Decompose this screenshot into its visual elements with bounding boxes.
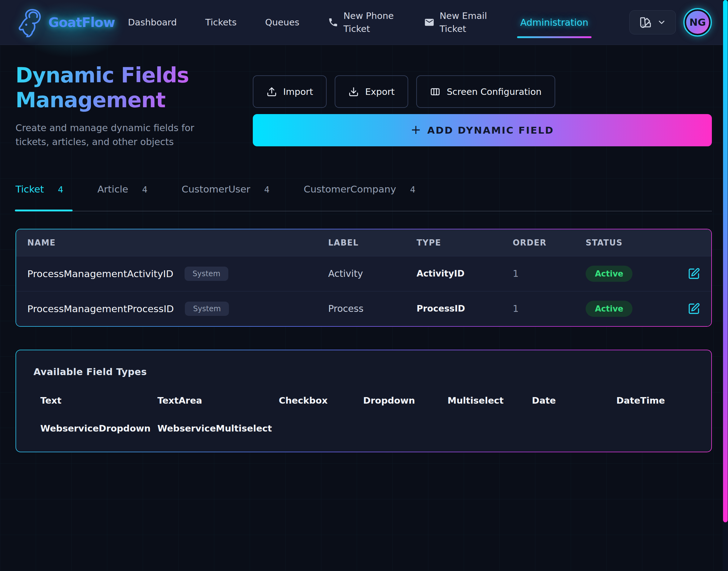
screen-configuration-button[interactable]: Screen Configuration: [416, 75, 555, 108]
page-title-block: Dynamic Fields Management Create and man…: [15, 63, 244, 149]
upload-icon: [266, 87, 277, 97]
nav-item-administration[interactable]: Administration: [520, 17, 588, 28]
add-dynamic-field-label: ADD DYNAMIC FIELD: [428, 125, 554, 136]
edit-field-button[interactable]: [688, 267, 700, 280]
tab-count: 4: [264, 185, 270, 194]
field-name-cell: ProcessManagementProcessID System: [27, 302, 328, 316]
field-type-item: Checkbox: [272, 386, 356, 415]
field-type: ProcessID: [417, 304, 513, 314]
scrollbar-thumb[interactable]: [723, 0, 728, 522]
header-action-row: Import Export Screen Configuration: [253, 75, 712, 108]
object-type-tabs: Ticket 4 Article 4 CustomerUser 4 Custom…: [15, 184, 712, 211]
dynamic-fields-table-card: NAME LABEL TYPE ORDER STATUS ProcessMana…: [15, 229, 712, 327]
system-badge: System: [185, 302, 229, 316]
nav-item-new-phone-ticket[interactable]: New Phone Ticket: [328, 9, 397, 35]
nav-item-new-email-ticket[interactable]: New Email Ticket: [424, 9, 493, 35]
tab-customeruser[interactable]: CustomerUser 4: [182, 184, 270, 211]
field-name-cell: ProcessManagementActivityID System: [27, 266, 328, 281]
tab-label: CustomerUser: [182, 184, 250, 195]
field-types-grid: Text TextArea Checkbox Dropdown Multisel…: [33, 386, 694, 442]
available-field-types-panel: Available Field Types Text TextArea Chec…: [16, 350, 711, 452]
field-type-item: WebserviceDropdown: [33, 415, 151, 442]
field-label: Activity: [328, 268, 417, 279]
swatchbook-icon: [639, 15, 653, 29]
field-type-item: WebserviceMultiselect: [151, 415, 272, 442]
edit-icon: [688, 267, 700, 280]
mail-icon: [424, 17, 435, 28]
nav-item-dashboard[interactable]: Dashboard: [128, 17, 177, 28]
theme-picker-button[interactable]: [629, 10, 676, 34]
field-name: ProcessManagementActivityID: [27, 268, 173, 279]
field-order: 1: [513, 303, 585, 314]
page-subtitle: Create and manage dynamic fields for tic…: [15, 121, 202, 149]
tab-label: Ticket: [15, 184, 44, 195]
field-order: 1: [513, 268, 585, 279]
column-header-order: ORDER: [513, 238, 585, 247]
tab-label: CustomerCompany: [304, 184, 396, 195]
page-title-line2: Management: [15, 88, 165, 112]
plus-icon: +: [411, 122, 421, 137]
export-button-label: Export: [365, 87, 394, 97]
tab-count: 4: [410, 185, 415, 194]
user-avatar[interactable]: NG: [683, 8, 712, 36]
page-title-line1: Dynamic Fields: [15, 63, 189, 87]
scrollbar-track[interactable]: [723, 0, 728, 571]
tab-ticket[interactable]: Ticket 4: [15, 184, 63, 211]
nav-item-label: New Email Ticket: [440, 9, 493, 35]
nav-items: Dashboard Tickets Queues New Phone Ticke…: [128, 9, 588, 35]
brand-name: GoatFlow: [49, 15, 115, 30]
top-nav: GoatFlow Dashboard Tickets Queues New Ph…: [0, 0, 728, 45]
page-title: Dynamic Fields Management: [15, 63, 244, 113]
column-header-name: NAME: [27, 238, 328, 247]
table-header-row: NAME LABEL TYPE ORDER STATUS: [16, 229, 711, 256]
available-field-types-card: Available Field Types Text TextArea Chec…: [15, 350, 712, 452]
field-label: Process: [328, 303, 417, 314]
status-badge: Active: [585, 266, 632, 282]
export-button[interactable]: Export: [335, 75, 408, 108]
field-type-item: DateTime: [610, 386, 694, 415]
field-type-item: Date: [525, 386, 610, 415]
avatar-circle: NG: [686, 11, 709, 34]
edit-icon: [688, 303, 700, 315]
header-actions: Import Export Screen Configuration + ADD…: [253, 63, 712, 146]
tab-article[interactable]: Article 4: [97, 184, 148, 211]
field-type-item: Text: [33, 386, 151, 415]
edit-field-button[interactable]: [688, 303, 700, 315]
import-button-label: Import: [283, 87, 313, 97]
table-row: ProcessManagementProcessID System Proces…: [16, 291, 711, 326]
chevron-down-icon: [657, 18, 666, 27]
download-icon: [348, 87, 359, 97]
avatar-initials: NG: [689, 16, 706, 28]
phone-icon: [328, 17, 339, 28]
tab-count: 4: [58, 185, 63, 194]
import-button[interactable]: Import: [253, 75, 327, 108]
brand[interactable]: GoatFlow: [15, 7, 115, 37]
system-badge: System: [185, 266, 229, 281]
status-badge: Active: [585, 301, 632, 317]
table-row: ProcessManagementActivityID System Activ…: [16, 256, 711, 291]
add-dynamic-field-button[interactable]: + ADD DYNAMIC FIELD: [253, 114, 712, 146]
nav-item-tickets[interactable]: Tickets: [205, 17, 237, 28]
field-types-title: Available Field Types: [33, 366, 694, 377]
goat-icon: [15, 7, 45, 37]
page-header: Dynamic Fields Management Create and man…: [0, 45, 728, 149]
column-header-status: STATUS: [585, 238, 675, 247]
tab-customercompany[interactable]: CustomerCompany 4: [304, 184, 415, 211]
column-header-label: LABEL: [328, 238, 417, 247]
nav-item-label: New Phone Ticket: [343, 9, 397, 35]
column-header-type: TYPE: [417, 238, 513, 247]
dynamic-fields-table: NAME LABEL TYPE ORDER STATUS ProcessMana…: [16, 229, 711, 326]
field-type: ActivityID: [417, 268, 513, 279]
tab-count: 4: [142, 185, 147, 194]
nav-item-queues[interactable]: Queues: [265, 17, 299, 28]
screen-configuration-label: Screen Configuration: [447, 87, 542, 97]
field-type-item: Multiselect: [441, 386, 525, 415]
field-name: ProcessManagementProcessID: [27, 303, 174, 314]
tab-label: Article: [97, 184, 128, 195]
columns-icon: [430, 87, 441, 97]
field-type-item: TextArea: [151, 386, 272, 415]
field-type-item: Dropdown: [356, 386, 441, 415]
